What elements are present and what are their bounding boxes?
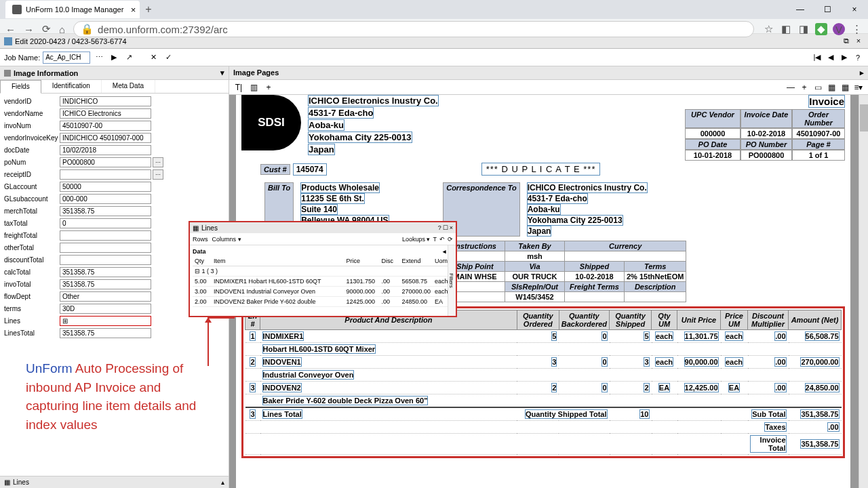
- table-row[interactable]: 5.00INDMIXER1 Hobart HL600-1STD 60QT1130…: [193, 277, 453, 287]
- field-label: Lines: [4, 317, 60, 325]
- close-icon[interactable]: ×: [131, 5, 136, 15]
- url-field[interactable]: 🔒 demo.unform.com:27392/arc: [73, 21, 754, 37]
- field-input-otherTotal[interactable]: [60, 243, 151, 253]
- play-button[interactable]: ▶: [108, 52, 120, 64]
- bottom-lines-bar[interactable]: ▦ Lines ▴: [0, 476, 229, 488]
- image-info-header[interactable]: Image Information ▾: [0, 66, 229, 80]
- field-input-vendorID[interactable]: [60, 96, 151, 106]
- field-input-GLsubaccount[interactable]: [60, 194, 151, 204]
- chevron-up-icon[interactable]: ▴: [221, 479, 224, 486]
- tab-bar: UnForm 10.0 Image Manager × + — ☐ ×: [0, 0, 868, 19]
- field-label: poNum: [4, 159, 60, 166]
- grid-icon: ▦: [193, 224, 199, 232]
- barcode-icon[interactable]: ▥: [248, 82, 259, 93]
- field-label: otherTotal: [4, 244, 60, 251]
- field-input-vendorName[interactable]: [60, 108, 151, 119]
- home-button[interactable]: ⌂: [59, 24, 65, 35]
- chevron-right-icon[interactable]: ▸: [860, 68, 864, 77]
- job-toolbar: Job Name: ⋯ ▶ ↗ ✕ ✓ |◀ ◀ ▶ ?: [0, 49, 868, 66]
- cancel-icon[interactable]: ✕: [147, 52, 159, 64]
- reload-button[interactable]: ⟳: [42, 23, 51, 35]
- zoom-in-icon[interactable]: +: [799, 82, 810, 93]
- tab-title: UnForm 10.0 Image Manager: [26, 5, 123, 14]
- tab-identification[interactable]: Identification: [41, 80, 102, 93]
- nav-first-button[interactable]: |◀: [811, 52, 823, 64]
- close-icon[interactable]: ×: [450, 224, 453, 231]
- field-input-invoNum[interactable]: [60, 121, 151, 131]
- chevron-down-icon[interactable]: ▾: [220, 68, 224, 77]
- refresh-icon[interactable]: ⟳: [448, 236, 453, 243]
- field-input-merchTotal[interactable]: [60, 206, 151, 216]
- tab-fields[interactable]: Fields: [0, 80, 41, 94]
- menu-icon[interactable]: ⋮: [850, 23, 863, 35]
- columns-btn[interactable]: Columns ▾: [212, 236, 241, 243]
- scrollbar[interactable]: [859, 95, 868, 488]
- browser-chrome: UnForm 10.0 Image Manager × + — ☐ × ← → …: [0, 0, 868, 34]
- lookup-button[interactable]: ⋯: [153, 157, 163, 167]
- field-input-Lines[interactable]: [60, 316, 151, 326]
- forward-button[interactable]: →: [24, 24, 34, 35]
- duplicate-badge: *** D U P L I C A T E ***: [481, 163, 601, 176]
- filters-side[interactable]: Filters: [448, 245, 456, 316]
- ext-icon-1[interactable]: ◧: [780, 23, 792, 35]
- field-input-taxTotal[interactable]: [60, 218, 151, 228]
- maximize-button[interactable]: ☐: [814, 0, 841, 19]
- zoom-out-icon[interactable]: —: [785, 82, 796, 93]
- maximize-icon[interactable]: ☐: [443, 224, 448, 231]
- text-icon[interactable]: T|: [233, 82, 244, 93]
- tab-metadata[interactable]: Meta Data: [102, 80, 155, 93]
- field-input-vendorInvoiceKey[interactable]: [60, 133, 151, 143]
- ext-icon-3[interactable]: ◆: [815, 23, 827, 35]
- help-icon[interactable]: ?: [438, 224, 441, 231]
- field-label: flowDept: [4, 293, 60, 300]
- table-row[interactable]: 2.00INDOVEN2 Baker Pride Y-602 double124…: [193, 297, 453, 307]
- shipping-grid: InstructionsTaken ByCurrency msh Ship Po…: [445, 241, 845, 302]
- text-tool-icon[interactable]: T: [433, 236, 437, 243]
- image-info-title: Image Information: [14, 69, 78, 77]
- open-external-button[interactable]: ↗: [123, 52, 135, 64]
- close-window-button[interactable]: ×: [841, 0, 868, 19]
- close-app-icon[interactable]: ×: [853, 37, 864, 45]
- field-input-invoTotal[interactable]: [60, 279, 151, 289]
- ext-icon-2[interactable]: ◨: [797, 23, 810, 35]
- single-page-icon[interactable]: ▭: [812, 82, 823, 93]
- field-input-discountTotal[interactable]: [60, 255, 151, 265]
- job-name-input[interactable]: [43, 52, 90, 64]
- field-row-vendorID: vendorID: [0, 95, 229, 107]
- field-input-GLaccount[interactable]: [60, 182, 151, 192]
- field-input-terms[interactable]: [60, 304, 151, 314]
- favicon: [12, 5, 22, 14]
- field-input-docDate[interactable]: [60, 145, 151, 155]
- lookup-button[interactable]: ⋯: [153, 169, 163, 180]
- field-input-poNum[interactable]: [60, 157, 151, 167]
- star-icon[interactable]: ☆: [762, 23, 774, 35]
- rows-btn[interactable]: Rows: [193, 236, 208, 243]
- browser-tab[interactable]: UnForm 10.0 Image Manager ×: [5, 1, 140, 18]
- more-button[interactable]: ⋯: [93, 52, 105, 64]
- line-items-frame: Ln # Product And Description Quantity Or…: [241, 306, 845, 458]
- field-input-receiptID[interactable]: [60, 169, 151, 180]
- popout-icon[interactable]: ⧉: [841, 37, 852, 45]
- nav-next-button[interactable]: ▶: [838, 52, 850, 64]
- help-button[interactable]: ?: [852, 52, 864, 64]
- field-input-LinesTotal[interactable]: [60, 328, 151, 338]
- back-button[interactable]: ←: [5, 24, 16, 35]
- field-label: GLsubaccount: [4, 195, 60, 203]
- undo-icon[interactable]: ↶: [439, 236, 445, 243]
- new-tab-button[interactable]: +: [140, 3, 157, 16]
- field-label: docDate: [4, 146, 60, 154]
- field-input-flowDept[interactable]: [60, 291, 151, 302]
- add-icon[interactable]: +: [263, 82, 274, 93]
- minimize-button[interactable]: —: [787, 0, 814, 19]
- nav-prev-button[interactable]: ◀: [825, 52, 837, 64]
- grid-2-icon[interactable]: ▦: [826, 82, 837, 93]
- list-icon[interactable]: ≡▾: [853, 82, 864, 93]
- confirm-icon[interactable]: ✓: [162, 52, 174, 64]
- field-input-freightTotal[interactable]: [60, 230, 151, 241]
- field-input-calcTotal[interactable]: [60, 267, 151, 277]
- table-row[interactable]: 3.00INDOVEN1 Industrial Conveyor Oven900…: [193, 287, 453, 297]
- lookups-btn[interactable]: Lookups ▾: [402, 236, 431, 243]
- grid-3-icon[interactable]: ▦: [840, 82, 850, 93]
- field-label: GLaccount: [4, 183, 60, 190]
- avatar[interactable]: V: [833, 23, 845, 35]
